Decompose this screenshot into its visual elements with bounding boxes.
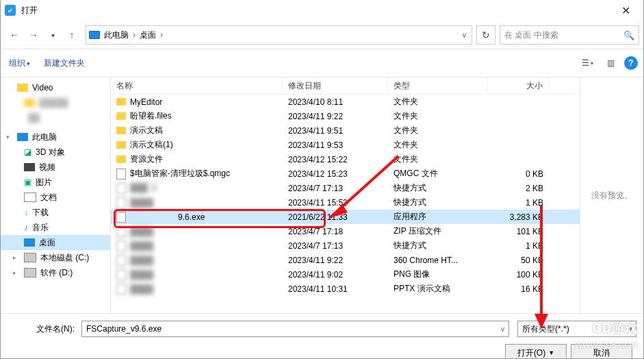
folder-icon (116, 127, 126, 134)
file-row[interactable]: MyEditor2023/4/10 8:11文件夹 (111, 95, 580, 109)
file-icon (116, 284, 126, 295)
file-row[interactable]: 盼望着.files2023/4/11 9:22文件夹 (111, 109, 580, 123)
file-date: 2023/4/11 9:53 (283, 140, 388, 150)
app-icon: ✔ (5, 5, 16, 16)
view-list-icon[interactable]: ☰▾ (578, 55, 597, 71)
file-name: ████ (130, 284, 153, 294)
up-button[interactable]: ↑ (62, 25, 81, 45)
file-type: 360 Chrome HT... (388, 256, 487, 265)
column-header-name[interactable]: 名称 (111, 77, 283, 94)
sidebar-item-this-pc[interactable]: ▾此电脑 (1, 129, 110, 145)
path-dropdown[interactable]: v (460, 32, 469, 39)
sidebar-item-video[interactable]: Video (1, 80, 110, 95)
file-row[interactable]: ████2023/4/11 9:02PNG 图像100 KB (111, 267, 580, 282)
file-date: 2023/4/11 10:31 (283, 284, 388, 294)
breadcrumb-root[interactable]: 此电脑 (104, 29, 129, 41)
file-name: 9.6.exe (130, 212, 205, 222)
sidebar-item-disk-d[interactable]: ▸软件 (D:) (1, 265, 110, 280)
close-button[interactable]: ✕ (612, 4, 639, 17)
breadcrumb[interactable]: 此电脑 › 桌面 › (104, 29, 166, 41)
search-placeholder: 在 桌面 中搜索 (504, 29, 558, 41)
filename-input[interactable]: FSCapture_v9.6.exev (81, 321, 509, 337)
preview-text: 没有预览。 (591, 190, 632, 201)
file-name: 盼望着.files (130, 110, 172, 122)
file-name: ████ (130, 227, 153, 236)
file-icon (116, 197, 126, 208)
file-type: 文件夹 (388, 110, 487, 122)
column-header-type[interactable]: 类型 (388, 77, 487, 94)
file-row[interactable]: ████2023/4/7 17:13快捷方式1 KB (111, 238, 580, 253)
sidebar-item-documents[interactable]: 文档 (1, 190, 110, 205)
path-box[interactable]: 此电脑 › 桌面 › v (86, 25, 472, 45)
file-name: ████ (130, 256, 153, 265)
file-type: 文件夹 (388, 125, 487, 136)
sidebar-item-pictures[interactable]: ▣图片 (1, 175, 110, 190)
organize-menu[interactable]: 组织▾ (6, 56, 33, 71)
file-row[interactable]: ████2023/4/11 10:31PPTX 演示文稿16 KB (111, 282, 580, 296)
folder-icon (116, 141, 126, 149)
column-header-date[interactable]: 修改日期 (283, 77, 388, 94)
chevron-right-icon: › (160, 30, 163, 40)
help-icon[interactable]: ? (624, 56, 638, 70)
folder-icon (116, 112, 126, 120)
recent-dropdown[interactable]: ▾ (43, 25, 62, 45)
file-name: 资源文件 (130, 153, 163, 165)
refresh-button[interactable]: ↻ (476, 25, 495, 45)
file-name: ███ 器 (130, 182, 158, 194)
watermark-url: WWW.CD6.COM (575, 341, 638, 350)
sidebar-item-blur[interactable]: █████ (1, 95, 110, 110)
file-date: 2023/4/11 9:51 (283, 126, 388, 136)
file-row[interactable]: ████2023/4/11 9:22360 Chrome HT...50 KB (111, 253, 580, 267)
folder-icon (116, 98, 126, 106)
sidebar-item-desktop[interactable]: 桌面 (1, 235, 110, 250)
new-folder-button[interactable]: 新建文件夹 (41, 56, 88, 71)
sidebar-item-downloads[interactable]: ↓下载 (1, 205, 110, 220)
file-date: 2023/4/10 8:11 (283, 97, 388, 107)
file-date: 2023/4/11 9:22 (283, 112, 388, 121)
file-name: MyEditor (130, 97, 162, 107)
file-type: 快捷方式 (388, 240, 487, 251)
file-name: ████ (130, 198, 153, 208)
sidebar-item-3d[interactable]: ◪3D 对象 (1, 145, 110, 160)
svg-marker-1 (330, 204, 348, 218)
sidebar-item-music[interactable]: ♪音乐 (1, 220, 110, 235)
file-icon (116, 169, 126, 180)
open-button[interactable]: 打开(O)▼ (505, 344, 567, 359)
file-type: 文件夹 (388, 139, 487, 151)
file-name: ████ (130, 241, 153, 251)
back-button[interactable]: ← (5, 25, 24, 45)
forward-button[interactable]: → (24, 25, 43, 45)
file-size: 0 KB (487, 169, 549, 179)
sidebar-item-disk-c[interactable]: ▸本地磁盘 (C:) (1, 250, 110, 265)
breadcrumb-leaf[interactable]: 桌面 (140, 29, 156, 41)
file-date: 2023/4/11 9:02 (283, 270, 388, 280)
watermark: CD游戏 (593, 320, 638, 336)
file-name: 演示文稿(1) (130, 139, 173, 151)
sidebar-item-blur[interactable]: ██ (1, 110, 110, 125)
file-icon (116, 226, 126, 237)
file-date: 2023/4/7 17:13 (283, 241, 388, 251)
file-icon (116, 212, 126, 223)
file-name: $电脑管家-清理垃圾$.qmgc (130, 168, 230, 180)
column-header-size[interactable]: 大小 (487, 77, 549, 94)
folder-icon (116, 156, 126, 163)
file-date: 2023/4/11 9:22 (283, 256, 388, 265)
file-row[interactable]: 演示文稿2023/4/11 9:51文件夹 (111, 123, 580, 138)
annotation-arrow-icon (521, 206, 569, 336)
search-icon: 🔍 (623, 30, 634, 40)
file-icon (116, 183, 126, 194)
file-type: PPTX 演示文稿 (388, 283, 487, 295)
file-type: PNG 图像 (388, 269, 487, 280)
file-type: 文件夹 (388, 96, 487, 108)
filename-label: 文件名(N): (8, 323, 77, 335)
file-size: 2 KB (487, 184, 549, 193)
view-preview-icon[interactable]: ▥ (601, 55, 620, 71)
pc-icon (89, 31, 100, 39)
window-title: 打开 (21, 5, 612, 16)
annotation-arrow-icon (316, 156, 405, 238)
svg-marker-3 (534, 314, 548, 329)
file-row[interactable]: 演示文稿(1)2023/4/11 9:53文件夹 (111, 138, 580, 152)
sidebar: Video █████ ██ ▾此电脑 ◪3D 对象 视频 ▣图片 文档 (1, 77, 111, 313)
search-input[interactable]: 在 桌面 中搜索 🔍 (500, 25, 639, 45)
sidebar-item-videos[interactable]: 视频 (1, 160, 110, 175)
